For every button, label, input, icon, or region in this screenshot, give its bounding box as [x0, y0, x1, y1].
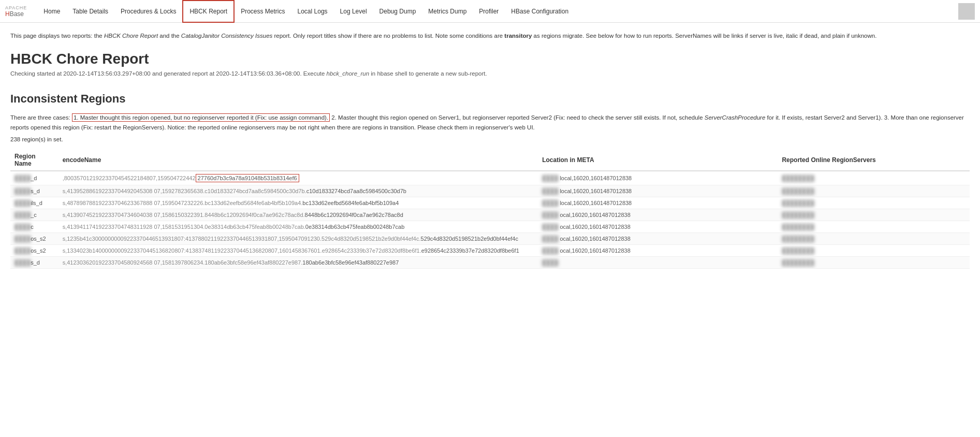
cell-region-name: ████os_s2 — [10, 233, 58, 245]
nav-hbase-configuration[interactable]: HBase Configuration — [505, 0, 575, 23]
cell-region-name: ████_c — [10, 209, 58, 221]
cell-region-name: ████os_s2 — [10, 245, 58, 257]
cell-location: ████ — [538, 257, 778, 269]
cell-encodename: s,413952886192233704492045308 07,1592782… — [58, 185, 538, 197]
cell-location: ████ ocal,16020,1601487012838 — [538, 245, 778, 257]
cell-encodename: s,413907452192233704734604038 07,1586150… — [58, 209, 538, 221]
th-location: Location in META — [538, 150, 778, 171]
table-row: ████os_s2s,1235b41c300000000092233704465… — [10, 233, 970, 245]
nav-local-logs[interactable]: Local Logs — [291, 0, 334, 23]
table-row: ████s_ds,413952886192233704492045308 07,… — [10, 185, 970, 197]
nav-hbck-report[interactable]: HBCK Report — [182, 0, 235, 23]
page-description: This page displays two reports: the HBCK… — [10, 31, 970, 40]
cell-location: ████ local,16020,1601487012838 — [538, 171, 778, 185]
table-row: ████cs,413941174192233704748311928 07,15… — [10, 221, 970, 233]
cell-reported: ████████ — [778, 245, 970, 257]
logo-hbase-text: HBase — [5, 10, 24, 18]
table-header-row: Region Name encodeName Location in META … — [10, 150, 970, 171]
section-title-inconsistent: Inconsistent Regions — [10, 92, 970, 106]
logo: APACHE HBase — [5, 5, 27, 18]
cell-region-name: ████s_d — [10, 185, 58, 197]
cell-location: ████ ocal,16020,1601487012838 — [538, 233, 778, 245]
table-row: ████ils_ds,487898788192233704623367888 0… — [10, 197, 970, 209]
cell-location: ████ ocal,16020,1601487012838 — [538, 209, 778, 221]
th-region-name: Region Name — [10, 150, 58, 171]
cell-encodename: ,80035701219223370454522184807,159504722… — [58, 171, 538, 185]
case1-highlight: 1. Master thought this region opened, bu… — [72, 113, 330, 122]
report-subtitle: Checking started at 2020-12-14T13:56:03.… — [10, 70, 970, 77]
cell-reported: ████████ — [778, 209, 970, 221]
cell-encodename: s,412303620192233704580924568 07,1581397… — [58, 257, 538, 269]
cell-reported: ████████ — [778, 171, 970, 185]
cell-reported: ████████ — [778, 233, 970, 245]
cell-region-name: ████c — [10, 221, 58, 233]
table-row: ████_d,80035701219223370454522184807,159… — [10, 171, 970, 185]
cell-reported: ████████ — [778, 257, 970, 269]
report-title: HBCK Chore Report — [10, 51, 970, 67]
nav-links: Home Table Details Procedures & Locks HB… — [37, 0, 958, 23]
cell-location: ████ local,16020,1601487012838 — [538, 185, 778, 197]
cell-region-name: ████s_d — [10, 257, 58, 269]
cell-reported: ████████ — [778, 221, 970, 233]
cell-reported: ████████ — [778, 197, 970, 209]
nav-log-level[interactable]: Log Level — [334, 0, 373, 23]
cell-encodename: s,1334023b14000000009223370445136820807:… — [58, 245, 538, 257]
th-reported: Reported Online RegionServers — [778, 150, 970, 171]
cell-encodename: s,1235b41c30000000009223370446513931807:… — [58, 233, 538, 245]
cell-encodename: s,413941174192233704748311928 07,1581531… — [58, 221, 538, 233]
table-row: ████os_s2s,1334023b140000000092233704451… — [10, 245, 970, 257]
nav-metrics-dump[interactable]: Metrics Dump — [422, 0, 473, 23]
cell-region-name: ████ils_d — [10, 197, 58, 209]
nav-home[interactable]: Home — [37, 0, 66, 23]
nav-process-metrics[interactable]: Process Metrics — [235, 0, 291, 23]
table-row: ████s_ds,412303620192233704580924568 07,… — [10, 257, 970, 269]
nav-debug-dump[interactable]: Debug Dump — [373, 0, 422, 23]
regions-table: Region Name encodeName Location in META … — [10, 150, 970, 269]
nav-table-details[interactable]: Table Details — [66, 0, 114, 23]
cell-reported: ████████ — [778, 185, 970, 197]
cell-location: ████ ocal,16020,1601487012838 — [538, 221, 778, 233]
nav-icon — [958, 3, 975, 20]
cell-encodename: s,487898788192233704623367888 07,1595047… — [58, 197, 538, 209]
cell-region-name: ████_d — [10, 171, 58, 185]
nav-profiler[interactable]: Profiler — [473, 0, 505, 23]
cell-location: ████ local,16020,1601487012838 — [538, 197, 778, 209]
navbar: APACHE HBase Home Table Details Procedur… — [0, 0, 980, 23]
logo-apache-text: APACHE — [5, 5, 27, 10]
page-content: This page displays two reports: the HBCK… — [0, 23, 980, 277]
region-count: 238 region(s) in set. — [10, 136, 970, 142]
cases-description: There are three cases: 1. Master thought… — [10, 113, 970, 132]
table-row: ████_cs,413907452192233704734604038 07,1… — [10, 209, 970, 221]
nav-procedures-locks[interactable]: Procedures & Locks — [114, 0, 182, 23]
th-encodename: encodeName — [58, 150, 538, 171]
